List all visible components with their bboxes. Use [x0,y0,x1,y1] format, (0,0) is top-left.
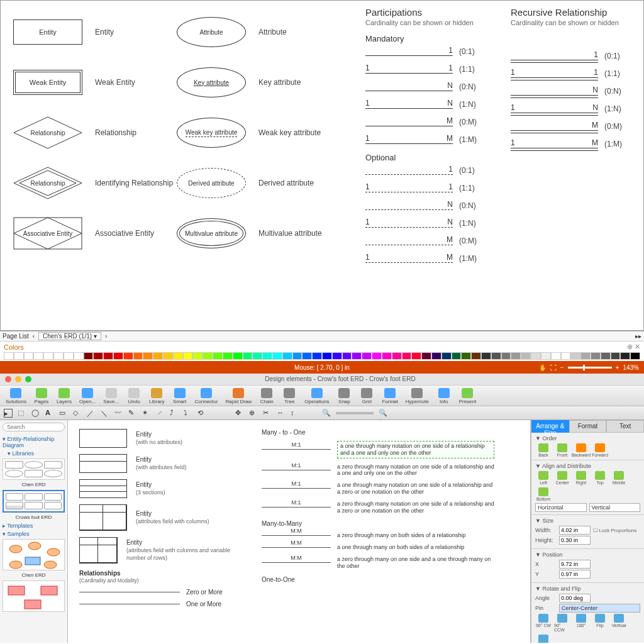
associative-entity-shape[interactable]: Associative Entity [13,217,82,250]
page-prev-button[interactable]: ‹ [33,333,35,340]
color-swatch[interactable] [192,352,203,360]
color-swatch[interactable] [521,352,531,360]
forward-button[interactable]: Forward [592,443,608,457]
toolbar-library-button[interactable]: Library [146,387,167,406]
color-swatch[interactable] [541,352,551,360]
flip-button[interactable]: Flip [592,614,608,632]
color-swatch[interactable] [471,352,481,360]
weak-key-attribute-shape[interactable]: Weak key attribute [177,118,246,148]
color-swatch[interactable] [322,352,332,360]
sample-chen-thumb[interactable] [3,539,65,570]
shape-toolbar[interactable]: ▸⬚◯A▭◇ ／＼〰✎✶⟋⤴⤵⟲ ✥⊕✂↔↕ 🔍− 🔍+ [0,406,644,420]
cardinality-row[interactable]: 1N (1:N) [365,100,486,109]
window-controls[interactable] [0,374,36,385]
cardinality-row[interactable]: 1 (0:1) [365,166,486,175]
color-swatch[interactable] [620,352,630,360]
color-swatch[interactable] [14,352,24,360]
color-swatch[interactable] [163,352,173,360]
relationship-line[interactable]: M:M a zero through many on one side and … [262,556,519,570]
color-swatch[interactable] [531,352,541,360]
toolbar-rapid-draw-button[interactable]: Rapid Draw [222,387,255,406]
relationship-line[interactable]: M:M a one through many on both sides of … [262,544,519,551]
color-swatch[interactable] [352,352,362,360]
relationship-line[interactable]: M:1 a zero through many notation on one … [262,501,519,514]
90-ccw-button[interactable]: 90° CCW [554,614,570,632]
cardinality-row[interactable]: 11 (1:1) [365,65,486,74]
cardinality-row[interactable]: N (0:N) [365,201,486,210]
color-swatch[interactable] [501,352,511,360]
y-input[interactable] [559,570,591,579]
attribute-shape[interactable]: Attribute [177,17,246,47]
color-swatch[interactable] [591,352,601,360]
sidebar-root[interactable]: ▾ Entity-Relationship Diagram [3,436,65,448]
entity-stencil[interactable]: Entity(3 sections) [79,479,243,498]
toolbar-hypernote-button[interactable]: Hypernote [402,387,432,406]
color-swatch[interactable] [282,352,292,360]
bottom-button[interactable]: Bottom [535,487,552,501]
cardinality-row[interactable]: M (0:M) [365,236,486,245]
hand-tool-icon[interactable]: ✋ [539,364,547,371]
vertical-button[interactable]: Vertical [611,614,627,632]
zoom-plus-button[interactable]: + [616,364,619,371]
entity-shape[interactable]: Entity [13,19,82,45]
derived-attribute-shape[interactable]: Derived attribute [177,168,246,198]
color-swatch[interactable] [153,352,163,360]
tab-format[interactable]: Format [569,420,607,433]
color-swatch[interactable] [203,352,213,360]
color-swatch[interactable] [233,352,243,360]
right-button[interactable]: Right [573,471,589,485]
color-swatch[interactable] [342,352,352,360]
width-input[interactable] [559,526,591,535]
color-swatch[interactable] [113,352,123,360]
entity-stencil[interactable]: Entity(with attributes field) [79,454,243,473]
cardinality-row[interactable]: N (0:N) [365,82,486,91]
entity-stencil[interactable]: Entity(attributes field with columns) [79,504,243,531]
sidebar-samples[interactable]: ▾ Samples [3,531,65,537]
color-swatch[interactable] [292,352,303,360]
toolbar-smart-button[interactable]: Smart [169,387,191,406]
cardinality-row[interactable]: 1M (1:M) [365,254,486,263]
color-swatch[interactable] [123,352,133,360]
color-swatch[interactable] [491,352,501,360]
fit-icon[interactable]: ⛶ [550,364,557,371]
cardinality-row[interactable]: 1N (1:N) [511,104,631,113]
color-swatch[interactable] [272,352,282,360]
toolbar-open--button[interactable]: Open... [76,387,99,406]
color-swatch[interactable] [601,352,611,360]
scroll-right-button[interactable]: ▸▸ [635,333,641,340]
toolbar-layers-button[interactable]: Layers [53,387,75,406]
color-swatch[interactable] [561,352,571,360]
cardinality-row[interactable]: 1M (1:M) [365,135,486,144]
color-swatch[interactable] [382,352,392,360]
color-swatch[interactable] [411,352,421,360]
toolbar-grid-button[interactable]: Grid [356,387,377,406]
cardinality-row[interactable]: 1N (1:N) [365,219,486,228]
color-swatch[interactable] [372,352,382,360]
multivalue-attribute-shape[interactable]: Multivalue attribute [177,218,246,248]
relationship-line[interactable]: M:1 a one through many notation on one s… [262,482,519,496]
color-swatch[interactable] [570,352,580,360]
entity-stencil[interactable]: Entity(attributes field with columns and… [79,537,243,564]
color-swatch[interactable] [362,352,372,360]
color-swatch[interactable] [53,352,64,360]
toolbar-solutions-button[interactable]: Solutions [3,387,30,406]
x-input[interactable] [559,560,591,569]
cardinality-row[interactable]: M (0:M) [365,118,486,126]
panel-tabs[interactable]: Arrange & Size Format Text [531,420,644,433]
color-swatch[interactable] [452,352,462,360]
pin-select[interactable]: Center-Center [559,604,640,613]
color-swatch[interactable] [133,352,143,360]
zoom-slider[interactable] [568,367,612,369]
color-swatch[interactable] [461,352,471,360]
horizontal-select[interactable]: Horizontal [535,503,587,512]
color-swatch[interactable] [243,352,253,360]
weak-entity-shape[interactable]: Weak Entity [13,70,82,95]
color-swatch[interactable] [421,352,431,360]
zoom-out-icon[interactable]: 🔍− [322,409,331,418]
toolbar-info-button[interactable]: Info [433,387,455,406]
backward-button[interactable]: Backward [573,443,589,457]
color-swatch[interactable] [103,352,113,360]
toolbar-format-button[interactable]: Format [379,387,401,406]
180--button[interactable]: 180° [573,614,589,632]
color-swatch[interactable] [402,352,412,360]
